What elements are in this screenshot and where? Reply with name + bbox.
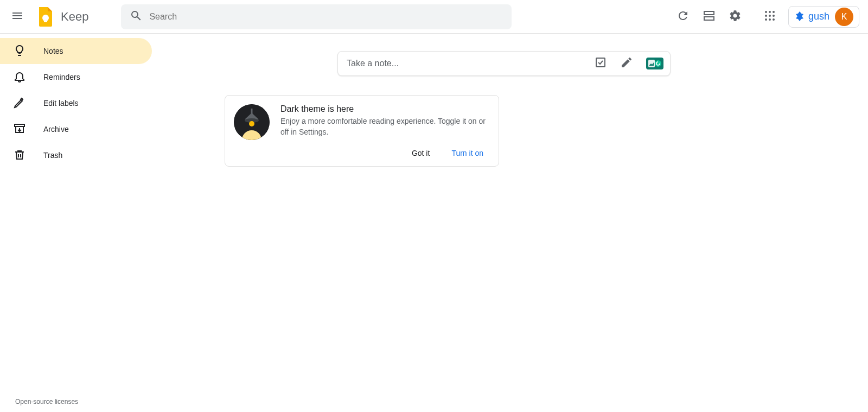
svg-point-19 — [249, 121, 254, 126]
promo-body: Enjoy a more comfortable reading experie… — [280, 116, 488, 137]
svg-rect-3 — [704, 17, 714, 20]
promo-dismiss-button[interactable]: Got it — [412, 149, 430, 157]
svg-point-11 — [769, 18, 771, 21]
svg-point-4 — [765, 11, 767, 13]
sidebar-item-trash[interactable]: Trash — [0, 142, 152, 168]
sidebar: Notes Reminders Edit labels Archive Tras… — [0, 38, 152, 168]
list-view-button[interactable] — [698, 6, 720, 28]
gear-icon — [729, 9, 742, 24]
list-view-icon — [703, 9, 716, 24]
svg-point-10 — [765, 18, 767, 21]
search-bar[interactable] — [121, 4, 512, 29]
archive-icon — [13, 122, 26, 137]
app-name: Keep — [61, 10, 88, 24]
svg-rect-13 — [15, 124, 24, 126]
sidebar-item-label: Notes — [43, 47, 63, 55]
google-apps-button[interactable] — [759, 6, 781, 28]
app-header: Keep — [0, 0, 868, 34]
search-icon — [130, 9, 143, 24]
svg-point-0 — [42, 15, 49, 21]
svg-point-12 — [773, 18, 775, 21]
new-drawing-button[interactable] — [620, 56, 633, 71]
svg-rect-15 — [648, 60, 655, 67]
gush-icon — [794, 10, 805, 23]
svg-point-9 — [773, 15, 775, 17]
svg-point-16 — [655, 60, 661, 67]
sidebar-item-label: Reminders — [43, 73, 80, 81]
trash-icon — [13, 148, 26, 163]
sidebar-item-label: Edit labels — [43, 99, 79, 107]
account-avatar[interactable]: K — [835, 8, 853, 26]
pencil-icon — [13, 96, 26, 111]
search-input[interactable] — [149, 12, 503, 22]
open-source-licenses-link[interactable]: Open-source licenses — [15, 398, 78, 405]
new-image-button[interactable] — [646, 58, 663, 69]
settings-button[interactable] — [724, 6, 746, 28]
promo-title: Dark theme is here — [280, 104, 488, 114]
lightbulb-icon — [13, 44, 26, 59]
main-content: Dark theme is here Enjoy a more comforta… — [152, 34, 868, 412]
svg-rect-1 — [44, 21, 47, 22]
svg-point-5 — [769, 11, 771, 13]
sidebar-item-archive[interactable]: Archive — [0, 116, 152, 142]
refresh-icon — [676, 9, 690, 24]
sidebar-item-edit-labels[interactable]: Edit labels — [0, 90, 152, 116]
svg-rect-2 — [704, 11, 714, 15]
header-actions: gush K — [672, 6, 859, 28]
promo-lamp-icon — [234, 104, 270, 140]
sidebar-item-notes[interactable]: Notes — [0, 38, 152, 64]
refresh-button[interactable] — [672, 6, 694, 28]
take-note-actions — [594, 56, 663, 71]
app-logo[interactable]: Keep — [35, 6, 88, 28]
take-note-bar[interactable] — [337, 51, 671, 76]
sidebar-item-label: Archive — [43, 125, 69, 134]
svg-point-6 — [773, 11, 775, 13]
dark-theme-promo: Dark theme is here Enjoy a more comforta… — [225, 95, 499, 167]
promo-turn-on-button[interactable]: Turn it on — [451, 149, 483, 157]
bell-icon — [13, 70, 26, 85]
main-menu-button[interactable] — [4, 4, 30, 30]
keep-logo-icon — [35, 6, 56, 28]
avatar-letter: K — [841, 12, 847, 22]
svg-rect-14 — [596, 58, 605, 67]
svg-point-7 — [765, 15, 767, 17]
gush-label: gush — [808, 11, 829, 22]
gush-extension-button[interactable]: gush K — [788, 6, 859, 28]
hamburger-icon — [11, 9, 24, 24]
new-list-button[interactable] — [594, 56, 607, 71]
sidebar-item-reminders[interactable]: Reminders — [0, 64, 152, 90]
sidebar-item-label: Trash — [43, 151, 62, 160]
apps-grid-icon — [763, 9, 776, 24]
svg-point-8 — [769, 15, 771, 17]
take-note-input[interactable] — [347, 59, 594, 68]
